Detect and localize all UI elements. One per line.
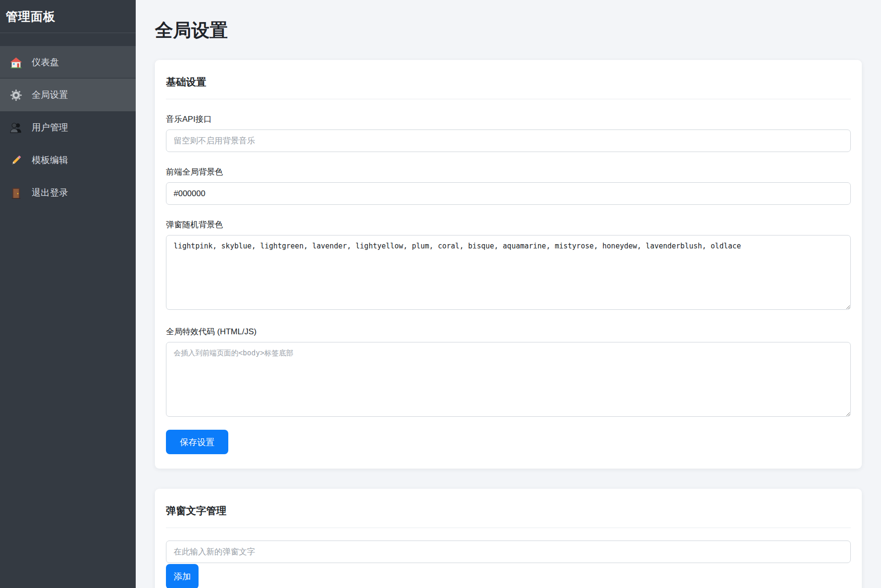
new-popup-text-input[interactable] xyxy=(166,541,851,563)
page-title: 全局设置 xyxy=(155,18,862,43)
popup-colors-textarea[interactable]: lightpink, skyblue, lightgreen, lavender… xyxy=(166,235,851,310)
basic-settings-title: 基础设置 xyxy=(166,75,851,89)
sidebar-item-global-settings[interactable]: 全局设置 xyxy=(0,79,136,111)
sidebar: 管理面板 仪表盘 xyxy=(0,0,136,588)
sidebar-divider xyxy=(0,33,136,33)
sidebar-header: 管理面板 xyxy=(0,0,136,33)
home-icon xyxy=(10,56,23,69)
sidebar-item-label: 全局设置 xyxy=(32,89,68,101)
sidebar-item-label: 模板编辑 xyxy=(32,154,68,166)
main-content: 全局设置 基础设置 音乐API接口 前端全局背景色 弹窗随机背景色 lightp… xyxy=(136,0,881,588)
popup-text-title: 弹窗文字管理 xyxy=(166,504,851,517)
bg-color-input[interactable] xyxy=(166,182,851,205)
basic-settings-card: 基础设置 音乐API接口 前端全局背景色 弹窗随机背景色 lightpink, … xyxy=(155,60,862,469)
pencil-icon xyxy=(10,154,23,167)
sidebar-item-template-editor[interactable]: 模板编辑 xyxy=(0,144,136,176)
card-divider xyxy=(166,99,851,99)
effects-code-textarea[interactable] xyxy=(166,342,851,417)
app-title: 管理面板 xyxy=(6,9,130,24)
users-icon xyxy=(10,121,23,134)
sidebar-item-user-management[interactable]: 用户管理 xyxy=(0,111,136,144)
popup-colors-label: 弹窗随机背景色 xyxy=(166,219,851,230)
sidebar-item-label: 仪表盘 xyxy=(32,56,59,69)
sidebar-item-label: 退出登录 xyxy=(32,187,68,199)
door-icon xyxy=(10,187,23,200)
sidebar-item-logout[interactable]: 退出登录 xyxy=(0,176,136,209)
add-popup-text-button[interactable]: 添加 xyxy=(166,564,199,588)
music-api-input[interactable] xyxy=(166,129,851,152)
popup-text-card: 弹窗文字管理 添加 xyxy=(155,489,862,588)
gear-icon xyxy=(10,89,23,102)
sidebar-item-label: 用户管理 xyxy=(32,121,68,134)
sidebar-nav: 仪表盘 全局设置 xyxy=(0,46,136,209)
music-api-label: 音乐API接口 xyxy=(166,114,851,125)
bg-color-label: 前端全局背景色 xyxy=(166,166,851,177)
effects-code-label: 全局特效代码 (HTML/JS) xyxy=(166,326,851,337)
sidebar-item-dashboard[interactable]: 仪表盘 xyxy=(0,46,136,79)
card-divider xyxy=(166,528,851,528)
save-settings-button[interactable]: 保存设置 xyxy=(166,430,228,454)
